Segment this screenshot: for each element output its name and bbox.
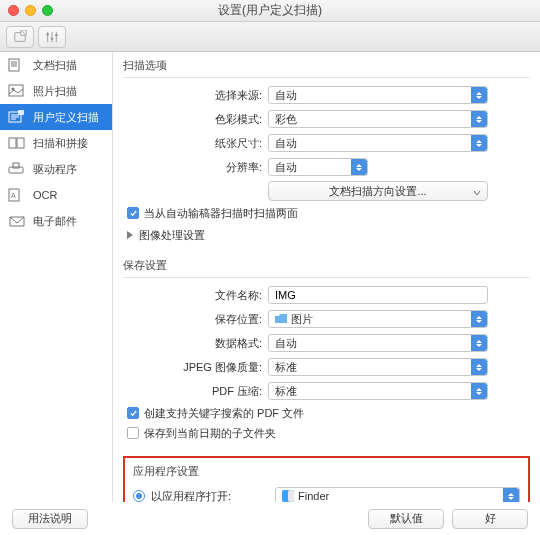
paper-label: 纸张尺寸: xyxy=(123,136,268,151)
pdf-label: PDF 压缩: xyxy=(123,384,268,399)
driver-icon xyxy=(8,162,26,176)
window-title: 设置(用户定义扫描) xyxy=(0,2,540,19)
instructions-button[interactable]: 用法说明 xyxy=(12,509,88,529)
subfolder-label: 保存到当前日期的子文件夹 xyxy=(144,426,276,441)
sidebar-item-stitch[interactable]: 扫描和拼接 xyxy=(0,130,112,156)
sidebar-label: 驱动程序 xyxy=(33,162,77,177)
radio-open-with-app-label: 以应用程序打开: xyxy=(151,489,275,503)
dpi-label: 分辨率: xyxy=(123,160,268,175)
format-label: 数据格式: xyxy=(123,336,268,351)
sidebar: 文档扫描 照片扫描 用户定义扫描 扫描和拼接 驱动程序 A OCR 电子邮件 xyxy=(0,52,113,502)
dropdown-icon xyxy=(471,383,487,399)
source-select[interactable]: 自动 xyxy=(268,86,488,104)
svg-rect-9 xyxy=(18,110,24,115)
toolbar-scan-icon[interactable] xyxy=(6,26,34,48)
stitch-icon xyxy=(8,136,26,150)
dropdown-icon xyxy=(351,159,367,175)
email-icon xyxy=(8,214,26,228)
saveto-select[interactable]: 图片 xyxy=(268,310,488,328)
ok-button[interactable]: 好 xyxy=(452,509,528,529)
titlebar: 设置(用户定义扫描) xyxy=(0,0,540,22)
image-processing-label: 图像处理设置 xyxy=(139,228,205,243)
section-save-title: 保存设置 xyxy=(123,258,530,273)
sidebar-item-document-scan[interactable]: 文档扫描 xyxy=(0,52,112,78)
content-pane: 扫描选项 选择来源: 自动 色彩模式: 彩色 纸张尺寸: 自动 分辨率: 自动 xyxy=(113,52,540,502)
photo-icon xyxy=(8,84,26,98)
color-select[interactable]: 彩色 xyxy=(268,110,488,128)
sidebar-item-custom-scan[interactable]: 用户定义扫描 xyxy=(0,104,112,130)
paper-select[interactable]: 自动 xyxy=(268,134,488,152)
svg-point-2 xyxy=(46,33,49,36)
ocr-icon: A xyxy=(8,188,26,202)
dropdown-icon xyxy=(471,135,487,151)
filename-label: 文件名称: xyxy=(123,288,268,303)
svg-rect-11 xyxy=(17,138,24,148)
section-save: 文件名称: 保存位置: 图片 数据格式: 自动 JPEG 图像质量: 标准 PD… xyxy=(123,277,530,450)
dropdown-icon xyxy=(471,359,487,375)
chevron-down-icon xyxy=(473,187,481,199)
image-processing-disclosure[interactable]: 图像处理设置 xyxy=(123,226,530,244)
folder-icon xyxy=(275,314,287,324)
toolbar xyxy=(0,22,540,52)
sidebar-label: 电子邮件 xyxy=(33,214,77,229)
toolbar-sliders-icon[interactable] xyxy=(38,26,66,48)
section-application-settings: 应用程序设置 以应用程序打开: Finder 发送到应用程序: 预览 xyxy=(123,456,530,502)
pdf-keyword-checkbox[interactable] xyxy=(127,407,139,419)
section-app-title: 应用程序设置 xyxy=(133,464,520,479)
svg-rect-5 xyxy=(9,59,19,71)
disclosure-triangle-icon xyxy=(127,231,133,239)
document-icon xyxy=(8,58,26,72)
section-scan-options: 选择来源: 自动 色彩模式: 彩色 纸张尺寸: 自动 分辨率: 自动 xyxy=(123,77,530,252)
finder-icon xyxy=(282,490,294,502)
sidebar-item-driver[interactable]: 驱动程序 xyxy=(0,156,112,182)
orientation-settings-button[interactable]: 文档扫描方向设置... xyxy=(268,181,488,201)
adf-duplex-label: 当从自动输稿器扫描时扫描两面 xyxy=(144,206,298,221)
dropdown-icon xyxy=(471,311,487,327)
source-label: 选择来源: xyxy=(123,88,268,103)
color-label: 色彩模式: xyxy=(123,112,268,127)
sidebar-item-photo-scan[interactable]: 照片扫描 xyxy=(0,78,112,104)
custom-icon xyxy=(8,110,26,124)
pdf-keyword-label: 创建支持关键字搜索的 PDF 文件 xyxy=(144,406,304,421)
section-scan-options-title: 扫描选项 xyxy=(123,58,530,73)
dropdown-icon xyxy=(471,111,487,127)
jpeg-select[interactable]: 标准 xyxy=(268,358,488,376)
svg-rect-10 xyxy=(9,138,16,148)
sidebar-label: 用户定义扫描 xyxy=(33,110,99,125)
open-with-app-select[interactable]: Finder xyxy=(275,487,520,502)
format-select[interactable]: 自动 xyxy=(268,334,488,352)
sidebar-item-ocr[interactable]: A OCR xyxy=(0,182,112,208)
dropdown-icon xyxy=(503,488,519,502)
svg-rect-17 xyxy=(288,490,294,502)
sidebar-label: 文档扫描 xyxy=(33,58,77,73)
svg-text:A: A xyxy=(11,192,16,199)
svg-point-3 xyxy=(51,37,54,40)
subfolder-checkbox[interactable] xyxy=(127,427,139,439)
sidebar-label: 照片扫描 xyxy=(33,84,77,99)
defaults-button[interactable]: 默认值 xyxy=(368,509,444,529)
filename-input[interactable] xyxy=(268,286,488,304)
footer: 用法说明 默认值 好 xyxy=(0,502,540,535)
saveto-label: 保存位置: xyxy=(123,312,268,327)
svg-point-4 xyxy=(55,33,58,36)
sidebar-item-email[interactable]: 电子邮件 xyxy=(0,208,112,234)
dropdown-icon xyxy=(471,87,487,103)
adf-duplex-checkbox[interactable] xyxy=(127,207,139,219)
sidebar-label: 扫描和拼接 xyxy=(33,136,88,151)
dpi-select[interactable]: 自动 xyxy=(268,158,368,176)
radio-open-with-app[interactable] xyxy=(133,490,145,502)
pdf-select[interactable]: 标准 xyxy=(268,382,488,400)
jpeg-label: JPEG 图像质量: xyxy=(123,360,268,375)
sidebar-label: OCR xyxy=(33,189,57,201)
dropdown-icon xyxy=(471,335,487,351)
